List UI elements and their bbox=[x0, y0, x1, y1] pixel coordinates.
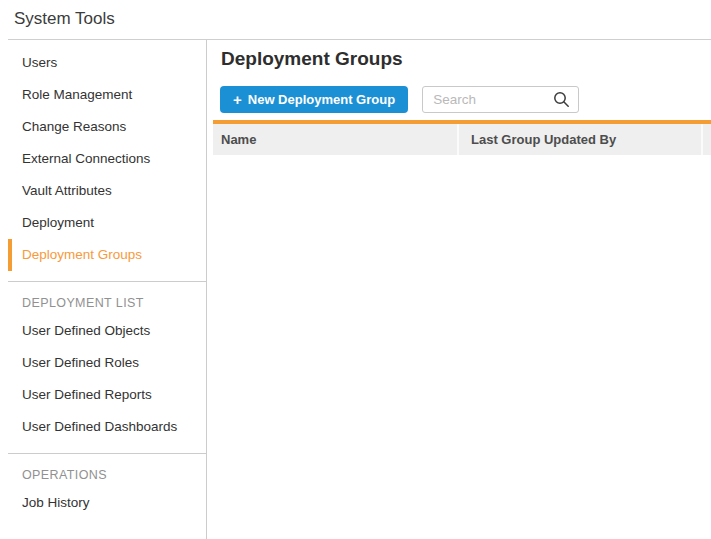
search-box bbox=[422, 86, 579, 113]
sidebar-section-deployment-list: DEPLOYMENT LIST User Defined Objects Use… bbox=[8, 281, 206, 453]
sidebar-item-user-defined-objects[interactable]: User Defined Objects bbox=[8, 315, 206, 347]
toolbar: + New Deployment Group bbox=[220, 86, 711, 113]
column-header-last-group-updated-by[interactable]: Last Group Updated By bbox=[459, 124, 703, 155]
sidebar-item-user-defined-roles[interactable]: User Defined Roles bbox=[8, 347, 206, 379]
content-frame: Users Role Management Change Reasons Ext… bbox=[8, 39, 711, 539]
section-title: Deployment Groups bbox=[221, 48, 711, 70]
sidebar-item-change-reasons[interactable]: Change Reasons bbox=[8, 111, 206, 143]
table-header-row: Name Last Group Updated By bbox=[213, 124, 711, 155]
sidebar-item-users[interactable]: Users bbox=[8, 47, 206, 79]
page-title: System Tools bbox=[0, 0, 711, 39]
column-header-name[interactable]: Name bbox=[213, 124, 459, 155]
column-header-sliver bbox=[703, 124, 711, 155]
plus-icon: + bbox=[233, 92, 242, 107]
sidebar-item-vault-attributes[interactable]: Vault Attributes bbox=[8, 175, 206, 207]
new-deployment-group-button[interactable]: + New Deployment Group bbox=[220, 86, 408, 113]
sidebar-item-external-connections[interactable]: External Connections bbox=[8, 143, 206, 175]
search-icon[interactable] bbox=[553, 91, 570, 108]
sidebar-item-deployment[interactable]: Deployment bbox=[8, 207, 206, 239]
sidebar-section-main: Users Role Management Change Reasons Ext… bbox=[8, 47, 206, 281]
table-body-empty bbox=[213, 155, 711, 510]
sidebar-item-job-history[interactable]: Job History bbox=[8, 487, 206, 519]
sidebar-item-deployment-groups[interactable]: Deployment Groups bbox=[8, 239, 206, 271]
sidebar-item-user-defined-dashboards[interactable]: User Defined Dashboards bbox=[8, 411, 206, 443]
sidebar-section-header-operations: OPERATIONS bbox=[8, 454, 206, 487]
main-panel: Deployment Groups + New Deployment Group… bbox=[207, 40, 711, 539]
sidebar-item-user-defined-reports[interactable]: User Defined Reports bbox=[8, 379, 206, 411]
new-deployment-group-label: New Deployment Group bbox=[248, 92, 395, 107]
deployment-groups-table: Name Last Group Updated By bbox=[213, 120, 711, 510]
sidebar-item-role-management[interactable]: Role Management bbox=[8, 79, 206, 111]
sidebar: Users Role Management Change Reasons Ext… bbox=[8, 40, 207, 539]
sidebar-section-header-deployment-list: DEPLOYMENT LIST bbox=[8, 282, 206, 315]
sidebar-section-operations: OPERATIONS Job History bbox=[8, 453, 206, 529]
